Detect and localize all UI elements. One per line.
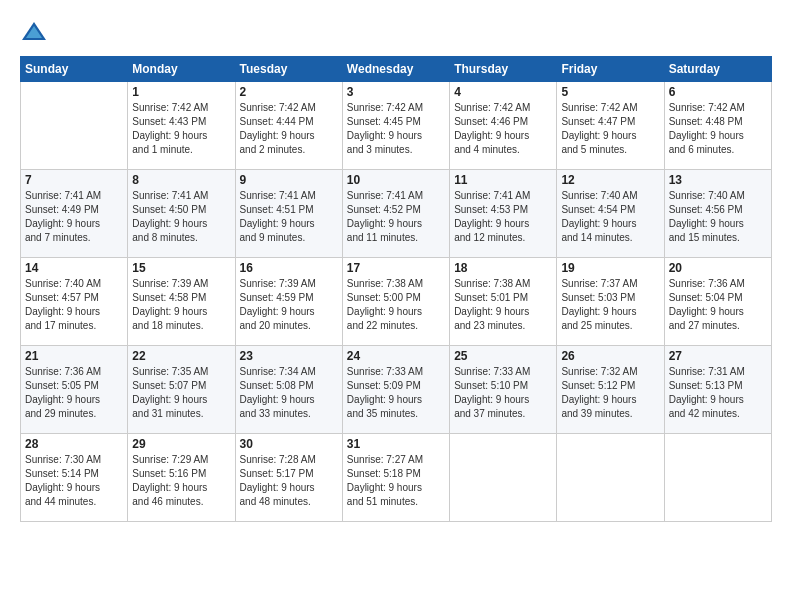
logo	[20, 18, 52, 46]
calendar-header-row: SundayMondayTuesdayWednesdayThursdayFrid…	[21, 57, 772, 82]
day-number: 19	[561, 261, 659, 275]
logo-icon	[20, 18, 48, 46]
calendar-cell: 20Sunrise: 7:36 AM Sunset: 5:04 PM Dayli…	[664, 258, 771, 346]
day-number: 3	[347, 85, 445, 99]
calendar-cell: 2Sunrise: 7:42 AM Sunset: 4:44 PM Daylig…	[235, 82, 342, 170]
day-info: Sunrise: 7:40 AM Sunset: 4:57 PM Dayligh…	[25, 277, 123, 333]
day-number: 16	[240, 261, 338, 275]
day-info: Sunrise: 7:33 AM Sunset: 5:09 PM Dayligh…	[347, 365, 445, 421]
col-header-monday: Monday	[128, 57, 235, 82]
day-info: Sunrise: 7:29 AM Sunset: 5:16 PM Dayligh…	[132, 453, 230, 509]
day-number: 10	[347, 173, 445, 187]
calendar-cell: 17Sunrise: 7:38 AM Sunset: 5:00 PM Dayli…	[342, 258, 449, 346]
week-row-5: 28Sunrise: 7:30 AM Sunset: 5:14 PM Dayli…	[21, 434, 772, 522]
day-number: 26	[561, 349, 659, 363]
calendar-cell: 25Sunrise: 7:33 AM Sunset: 5:10 PM Dayli…	[450, 346, 557, 434]
col-header-wednesday: Wednesday	[342, 57, 449, 82]
calendar-cell: 7Sunrise: 7:41 AM Sunset: 4:49 PM Daylig…	[21, 170, 128, 258]
day-info: Sunrise: 7:33 AM Sunset: 5:10 PM Dayligh…	[454, 365, 552, 421]
col-header-friday: Friday	[557, 57, 664, 82]
calendar-cell: 9Sunrise: 7:41 AM Sunset: 4:51 PM Daylig…	[235, 170, 342, 258]
calendar-cell	[664, 434, 771, 522]
day-info: Sunrise: 7:42 AM Sunset: 4:46 PM Dayligh…	[454, 101, 552, 157]
day-info: Sunrise: 7:30 AM Sunset: 5:14 PM Dayligh…	[25, 453, 123, 509]
day-info: Sunrise: 7:41 AM Sunset: 4:49 PM Dayligh…	[25, 189, 123, 245]
day-info: Sunrise: 7:38 AM Sunset: 5:00 PM Dayligh…	[347, 277, 445, 333]
day-number: 5	[561, 85, 659, 99]
calendar-cell: 8Sunrise: 7:41 AM Sunset: 4:50 PM Daylig…	[128, 170, 235, 258]
col-header-tuesday: Tuesday	[235, 57, 342, 82]
day-info: Sunrise: 7:42 AM Sunset: 4:44 PM Dayligh…	[240, 101, 338, 157]
day-info: Sunrise: 7:39 AM Sunset: 4:58 PM Dayligh…	[132, 277, 230, 333]
calendar-cell: 12Sunrise: 7:40 AM Sunset: 4:54 PM Dayli…	[557, 170, 664, 258]
day-number: 30	[240, 437, 338, 451]
day-info: Sunrise: 7:32 AM Sunset: 5:12 PM Dayligh…	[561, 365, 659, 421]
day-number: 20	[669, 261, 767, 275]
day-info: Sunrise: 7:41 AM Sunset: 4:53 PM Dayligh…	[454, 189, 552, 245]
day-info: Sunrise: 7:42 AM Sunset: 4:43 PM Dayligh…	[132, 101, 230, 157]
day-info: Sunrise: 7:41 AM Sunset: 4:52 PM Dayligh…	[347, 189, 445, 245]
calendar-cell: 3Sunrise: 7:42 AM Sunset: 4:45 PM Daylig…	[342, 82, 449, 170]
calendar-cell: 11Sunrise: 7:41 AM Sunset: 4:53 PM Dayli…	[450, 170, 557, 258]
calendar-cell: 22Sunrise: 7:35 AM Sunset: 5:07 PM Dayli…	[128, 346, 235, 434]
calendar: SundayMondayTuesdayWednesdayThursdayFrid…	[20, 56, 772, 522]
day-info: Sunrise: 7:38 AM Sunset: 5:01 PM Dayligh…	[454, 277, 552, 333]
day-info: Sunrise: 7:42 AM Sunset: 4:47 PM Dayligh…	[561, 101, 659, 157]
day-info: Sunrise: 7:42 AM Sunset: 4:48 PM Dayligh…	[669, 101, 767, 157]
week-row-3: 14Sunrise: 7:40 AM Sunset: 4:57 PM Dayli…	[21, 258, 772, 346]
day-number: 17	[347, 261, 445, 275]
calendar-cell: 30Sunrise: 7:28 AM Sunset: 5:17 PM Dayli…	[235, 434, 342, 522]
day-number: 24	[347, 349, 445, 363]
calendar-cell: 6Sunrise: 7:42 AM Sunset: 4:48 PM Daylig…	[664, 82, 771, 170]
day-number: 25	[454, 349, 552, 363]
day-number: 18	[454, 261, 552, 275]
col-header-sunday: Sunday	[21, 57, 128, 82]
calendar-cell: 15Sunrise: 7:39 AM Sunset: 4:58 PM Dayli…	[128, 258, 235, 346]
day-info: Sunrise: 7:35 AM Sunset: 5:07 PM Dayligh…	[132, 365, 230, 421]
calendar-cell: 18Sunrise: 7:38 AM Sunset: 5:01 PM Dayli…	[450, 258, 557, 346]
calendar-cell: 23Sunrise: 7:34 AM Sunset: 5:08 PM Dayli…	[235, 346, 342, 434]
day-number: 2	[240, 85, 338, 99]
day-number: 7	[25, 173, 123, 187]
day-info: Sunrise: 7:41 AM Sunset: 4:51 PM Dayligh…	[240, 189, 338, 245]
day-info: Sunrise: 7:36 AM Sunset: 5:05 PM Dayligh…	[25, 365, 123, 421]
day-number: 21	[25, 349, 123, 363]
calendar-cell	[557, 434, 664, 522]
calendar-cell: 27Sunrise: 7:31 AM Sunset: 5:13 PM Dayli…	[664, 346, 771, 434]
col-header-thursday: Thursday	[450, 57, 557, 82]
page: SundayMondayTuesdayWednesdayThursdayFrid…	[0, 0, 792, 612]
calendar-cell: 31Sunrise: 7:27 AM Sunset: 5:18 PM Dayli…	[342, 434, 449, 522]
day-number: 27	[669, 349, 767, 363]
calendar-cell: 16Sunrise: 7:39 AM Sunset: 4:59 PM Dayli…	[235, 258, 342, 346]
day-number: 14	[25, 261, 123, 275]
calendar-cell: 1Sunrise: 7:42 AM Sunset: 4:43 PM Daylig…	[128, 82, 235, 170]
day-number: 15	[132, 261, 230, 275]
day-number: 28	[25, 437, 123, 451]
day-info: Sunrise: 7:40 AM Sunset: 4:56 PM Dayligh…	[669, 189, 767, 245]
day-number: 23	[240, 349, 338, 363]
day-info: Sunrise: 7:42 AM Sunset: 4:45 PM Dayligh…	[347, 101, 445, 157]
day-number: 8	[132, 173, 230, 187]
day-info: Sunrise: 7:36 AM Sunset: 5:04 PM Dayligh…	[669, 277, 767, 333]
day-info: Sunrise: 7:27 AM Sunset: 5:18 PM Dayligh…	[347, 453, 445, 509]
calendar-cell: 4Sunrise: 7:42 AM Sunset: 4:46 PM Daylig…	[450, 82, 557, 170]
calendar-cell: 29Sunrise: 7:29 AM Sunset: 5:16 PM Dayli…	[128, 434, 235, 522]
calendar-cell	[450, 434, 557, 522]
week-row-2: 7Sunrise: 7:41 AM Sunset: 4:49 PM Daylig…	[21, 170, 772, 258]
calendar-cell: 19Sunrise: 7:37 AM Sunset: 5:03 PM Dayli…	[557, 258, 664, 346]
calendar-cell: 5Sunrise: 7:42 AM Sunset: 4:47 PM Daylig…	[557, 82, 664, 170]
day-info: Sunrise: 7:34 AM Sunset: 5:08 PM Dayligh…	[240, 365, 338, 421]
day-info: Sunrise: 7:31 AM Sunset: 5:13 PM Dayligh…	[669, 365, 767, 421]
day-info: Sunrise: 7:40 AM Sunset: 4:54 PM Dayligh…	[561, 189, 659, 245]
day-number: 6	[669, 85, 767, 99]
calendar-cell: 26Sunrise: 7:32 AM Sunset: 5:12 PM Dayli…	[557, 346, 664, 434]
week-row-4: 21Sunrise: 7:36 AM Sunset: 5:05 PM Dayli…	[21, 346, 772, 434]
calendar-cell: 28Sunrise: 7:30 AM Sunset: 5:14 PM Dayli…	[21, 434, 128, 522]
week-row-1: 1Sunrise: 7:42 AM Sunset: 4:43 PM Daylig…	[21, 82, 772, 170]
day-info: Sunrise: 7:28 AM Sunset: 5:17 PM Dayligh…	[240, 453, 338, 509]
day-number: 12	[561, 173, 659, 187]
calendar-cell	[21, 82, 128, 170]
calendar-cell: 21Sunrise: 7:36 AM Sunset: 5:05 PM Dayli…	[21, 346, 128, 434]
calendar-cell: 13Sunrise: 7:40 AM Sunset: 4:56 PM Dayli…	[664, 170, 771, 258]
header	[20, 18, 772, 46]
